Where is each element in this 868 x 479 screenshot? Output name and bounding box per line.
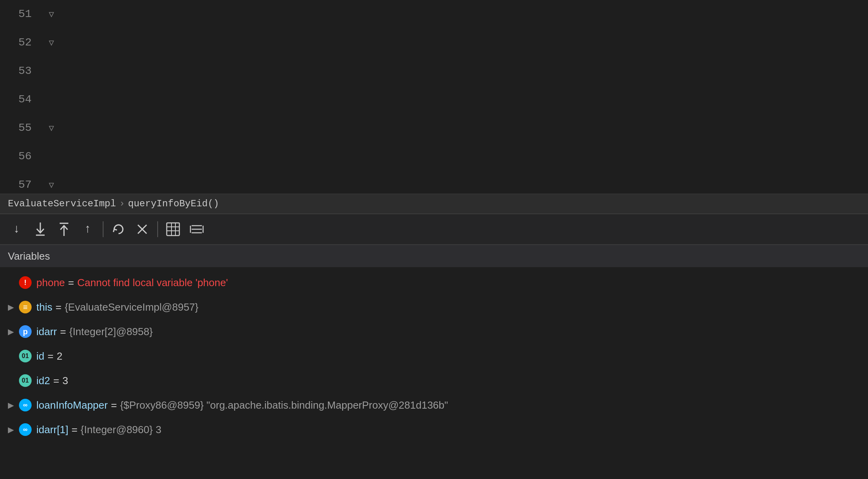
breadcrumb-method[interactable]: queryInfoByEid() bbox=[128, 198, 219, 209]
var-row-loaninfomapper[interactable]: ▶ ∞ loanInfoMapper = {$Proxy86@8959} "or… bbox=[0, 393, 868, 417]
line-number-54: 54 bbox=[0, 85, 40, 114]
code-line-52: 52 ▽ @ResponseBody bbox=[0, 28, 868, 57]
line-content-57: // int pid=eval.getPid(); bbox=[63, 171, 868, 194]
code-line-57: 57 ▽ // int pid=eval.getPid(); bbox=[0, 171, 868, 194]
breadcrumb-sep: › bbox=[119, 198, 125, 209]
var-equals-id: = bbox=[47, 350, 53, 362]
var-equals-id2: = bbox=[53, 375, 59, 387]
var-row-idarr1[interactable]: ▶ ∞ idarr[1] = {Integer@8960} 3 bbox=[0, 417, 868, 442]
fold-arrow-57[interactable]: ▽ bbox=[49, 180, 54, 190]
step-out-button[interactable] bbox=[54, 219, 74, 240]
var-name-idarr: idarr bbox=[36, 326, 57, 338]
gutter-51: ▽ bbox=[40, 0, 63, 28]
var-value-id2: 3 bbox=[62, 375, 68, 387]
line-number-52: 52 bbox=[0, 28, 40, 57]
line-content-51: @PostMapping("/queryInfoByEid") bbox=[63, 0, 868, 28]
variables-panel: Variables ! phone = Cannot find local va… bbox=[0, 245, 868, 479]
editor-area: 51 ▽ @PostMapping("/queryInfoByEid") 52 … bbox=[0, 0, 868, 194]
line-number-56: 56 bbox=[0, 142, 40, 171]
code-line-53: 53 public String queryInfoByEid(@Request… bbox=[0, 57, 868, 85]
var-icon-loaninfomapper: ∞ bbox=[19, 399, 32, 411]
gutter-53 bbox=[40, 57, 63, 85]
gutter-52: ▽ bbox=[40, 28, 63, 57]
var-expand-idarr1[interactable]: ▶ bbox=[8, 425, 19, 434]
variables-title: Variables bbox=[8, 250, 50, 262]
code-lines: 51 ▽ @PostMapping("/queryInfoByEid") 52 … bbox=[0, 0, 868, 194]
line-number-57: 57 bbox=[0, 171, 40, 194]
code-line-54: 54 bbox=[0, 85, 868, 114]
var-equals-this: = bbox=[55, 301, 61, 313]
gutter-57: ▽ bbox=[40, 171, 63, 194]
breadcrumb-bar: EvaluateServiceImpl › queryInfoByEid() bbox=[0, 194, 868, 213]
var-name-id2: id2 bbox=[36, 375, 50, 387]
var-expand-idarr[interactable]: ▶ bbox=[8, 327, 19, 336]
code-line-51: 51 ▽ @PostMapping("/queryInfoByEid") bbox=[0, 0, 868, 28]
svg-rect-6 bbox=[167, 223, 179, 236]
var-name-id: id bbox=[36, 350, 44, 362]
fold-arrow-55[interactable]: ▽ bbox=[49, 123, 54, 134]
var-equals-loaninfomapper: = bbox=[111, 399, 117, 411]
var-name-phone: phone bbox=[36, 277, 65, 289]
gutter-56 bbox=[40, 142, 63, 171]
line-number-53: 53 bbox=[0, 57, 40, 85]
var-row-idarr[interactable]: ▶ p idarr = {Integer[2]@8958} bbox=[0, 319, 868, 344]
line-number-51: 51 bbox=[0, 0, 40, 28]
var-row-phone[interactable]: ! phone = Cannot find local variable 'ph… bbox=[0, 270, 868, 295]
bottom-area: ↓ ↑ bbox=[0, 213, 868, 479]
var-equals-idarr1: = bbox=[72, 424, 77, 436]
var-name-loaninfomapper: loanInfoMapper bbox=[36, 399, 108, 411]
gutter-54 bbox=[40, 85, 63, 114]
debug-toolbar: ↓ ↑ bbox=[0, 213, 868, 245]
var-icon-idarr: p bbox=[19, 325, 32, 338]
var-expand-this[interactable]: ▶ bbox=[8, 302, 19, 312]
line-content-52: @ResponseBody bbox=[63, 28, 868, 57]
var-icon-phone: ! bbox=[19, 276, 32, 289]
resume-button[interactable]: ↑ bbox=[77, 219, 98, 240]
line-content-53: public String queryInfoByEid(@RequestPar… bbox=[63, 57, 868, 85]
var-icon-id: 01 bbox=[19, 350, 32, 362]
var-value-idarr: {Integer[2]@8958} bbox=[69, 326, 153, 338]
line-number-55: 55 bbox=[0, 114, 40, 142]
code-line-56: 56 // int id =eval.getEid(); bbox=[0, 142, 868, 171]
var-equals-idarr: = bbox=[60, 326, 66, 338]
code-line-55: 55 ▽ // Integer id =Integer.valueOf(eid)… bbox=[0, 114, 868, 142]
var-value-idarr1: {Integer@8960} 3 bbox=[81, 424, 161, 436]
restart-frames-button[interactable] bbox=[108, 219, 129, 240]
var-row-id2[interactable]: 01 id2 = 3 bbox=[0, 368, 868, 393]
var-icon-this: ≡ bbox=[19, 301, 32, 313]
step-down-icon: ↓ bbox=[13, 223, 20, 236]
table-view-button[interactable] bbox=[163, 219, 183, 240]
list-view-button[interactable] bbox=[186, 219, 207, 240]
var-name-idarr1: idarr[1] bbox=[36, 424, 68, 436]
restart-frames-icon bbox=[111, 222, 126, 237]
variables-header: Variables bbox=[0, 245, 868, 267]
table-icon bbox=[166, 222, 181, 237]
variables-list: ! phone = Cannot find local variable 'ph… bbox=[0, 267, 868, 445]
gutter-55: ▽ bbox=[40, 114, 63, 142]
step-down-button[interactable]: ↓ bbox=[6, 219, 27, 240]
var-value-this: {EvaluateServiceImpl@8957} bbox=[65, 301, 199, 313]
line-content-56: // int id =eval.getEid(); bbox=[63, 142, 868, 171]
breadcrumb-class[interactable]: EvaluateServiceImpl bbox=[8, 198, 116, 209]
stop-button[interactable] bbox=[132, 219, 153, 240]
resume-icon: ↑ bbox=[84, 223, 91, 236]
toolbar-separator-1 bbox=[103, 221, 104, 237]
step-into-icon bbox=[33, 222, 48, 237]
var-icon-idarr1: ∞ bbox=[19, 423, 32, 436]
list-icon bbox=[189, 222, 204, 237]
var-value-loaninfomapper: {$Proxy86@8959} "org.apache.ibatis.bindi… bbox=[120, 399, 448, 411]
var-icon-id2: 01 bbox=[19, 374, 32, 387]
var-row-this[interactable]: ▶ ≡ this = {EvaluateServiceImpl@8957} bbox=[0, 295, 868, 319]
var-equals-phone: = bbox=[68, 277, 74, 289]
fold-arrow-52[interactable]: ▽ bbox=[49, 38, 54, 48]
stop-icon bbox=[135, 222, 150, 237]
toolbar-separator-2 bbox=[157, 221, 158, 237]
var-row-id[interactable]: 01 id = 2 bbox=[0, 344, 868, 368]
var-value-phone: Cannot find local variable 'phone' bbox=[77, 277, 228, 289]
step-into-button[interactable] bbox=[30, 219, 51, 240]
fold-arrow-51[interactable]: ▽ bbox=[49, 9, 54, 20]
var-value-id: 2 bbox=[56, 350, 62, 362]
var-name-this: this bbox=[36, 301, 52, 313]
var-expand-loaninfomapper[interactable]: ▶ bbox=[8, 400, 19, 410]
step-out-icon bbox=[56, 222, 72, 237]
